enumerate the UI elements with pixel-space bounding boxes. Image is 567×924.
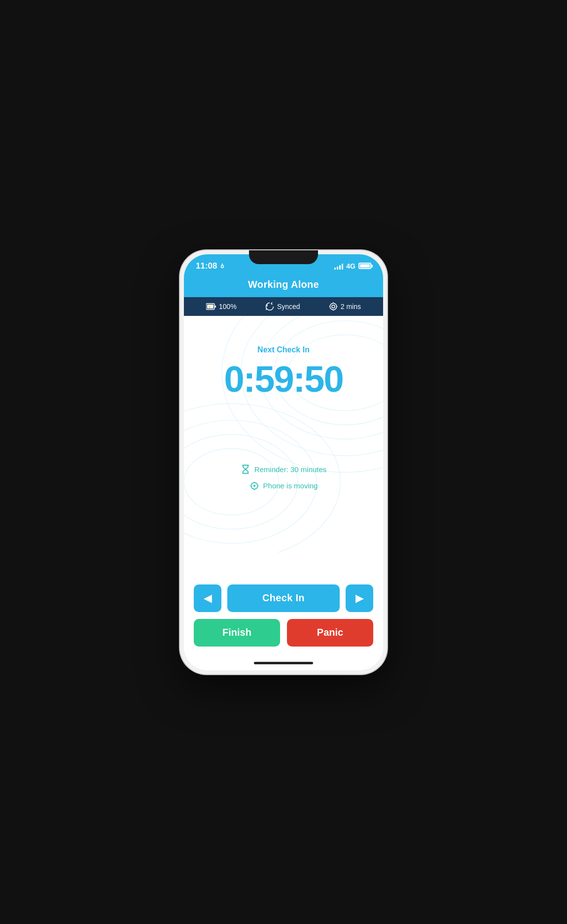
battery-fill bbox=[360, 264, 370, 268]
svg-point-0 bbox=[221, 265, 224, 268]
finish-button[interactable]: Finish bbox=[194, 619, 280, 647]
home-bar bbox=[254, 662, 313, 664]
svg-rect-3 bbox=[214, 306, 216, 308]
bottom-controls: ◀ Check In ▶ Finish Panic bbox=[184, 577, 383, 656]
app-title: Working Alone bbox=[248, 279, 319, 290]
gps-info: 2 mins bbox=[329, 302, 361, 311]
moving-label: Phone is moving bbox=[263, 481, 318, 490]
panic-button[interactable]: Panic bbox=[287, 619, 373, 647]
battery-icon bbox=[358, 263, 371, 269]
battery-info: ⚡ 100% bbox=[206, 303, 237, 310]
next-checkin-label: Next Check In bbox=[257, 345, 310, 354]
signal-bar-4 bbox=[342, 264, 343, 270]
signal-bars bbox=[334, 263, 343, 270]
checkin-button[interactable]: Check In bbox=[227, 584, 340, 612]
notch bbox=[249, 250, 318, 264]
phone-inner: 11:08 4G Working A bbox=[184, 254, 383, 670]
time-label: 11:08 bbox=[196, 261, 217, 271]
battery-info-icon: ⚡ bbox=[206, 303, 216, 310]
sync-info: Synced bbox=[265, 302, 300, 311]
sync-label: Synced bbox=[277, 303, 300, 310]
sync-icon bbox=[265, 302, 274, 311]
timer-display: 0:59:50 bbox=[224, 358, 343, 400]
moving-status: Phone is moving bbox=[249, 481, 318, 491]
gps-label: 2 mins bbox=[341, 303, 361, 310]
svg-point-7 bbox=[330, 303, 337, 310]
reminder-label: Reminder: 30 minutes bbox=[254, 465, 327, 474]
info-bar: ⚡ 100% Synced bbox=[184, 297, 383, 316]
action-controls: Finish Panic bbox=[194, 619, 373, 647]
battery-info-label: 100% bbox=[219, 303, 237, 310]
phone-frame: 11:08 4G Working A bbox=[180, 250, 387, 674]
svg-point-6 bbox=[332, 305, 335, 308]
main-controls: ◀ Check In ▶ bbox=[194, 584, 373, 612]
timer-section: Next Check In 0:59:50 bbox=[224, 345, 343, 400]
signal-bar-1 bbox=[334, 268, 336, 270]
status-right: 4G bbox=[334, 262, 371, 270]
home-indicator bbox=[184, 656, 383, 670]
network-label: 4G bbox=[346, 262, 355, 270]
prev-icon: ◀ bbox=[204, 592, 212, 605]
signal-bar-2 bbox=[337, 267, 338, 270]
main-content: Next Check In 0:59:50 Reminder: 30 minut… bbox=[184, 316, 383, 577]
next-icon: ▶ bbox=[355, 592, 364, 605]
status-time: 11:08 bbox=[196, 261, 225, 271]
app-header: Working Alone bbox=[184, 274, 383, 297]
crosshair-move-icon bbox=[249, 481, 259, 491]
svg-text:⚡: ⚡ bbox=[208, 305, 212, 309]
hourglass-icon bbox=[241, 464, 250, 475]
prev-button[interactable]: ◀ bbox=[194, 584, 221, 612]
reminder-status: Reminder: 30 minutes bbox=[241, 464, 327, 475]
next-button[interactable]: ▶ bbox=[346, 584, 373, 612]
status-items: Reminder: 30 minutes Phone is moving bbox=[241, 464, 327, 491]
gps-icon bbox=[329, 302, 338, 311]
signal-bar-3 bbox=[339, 265, 341, 270]
